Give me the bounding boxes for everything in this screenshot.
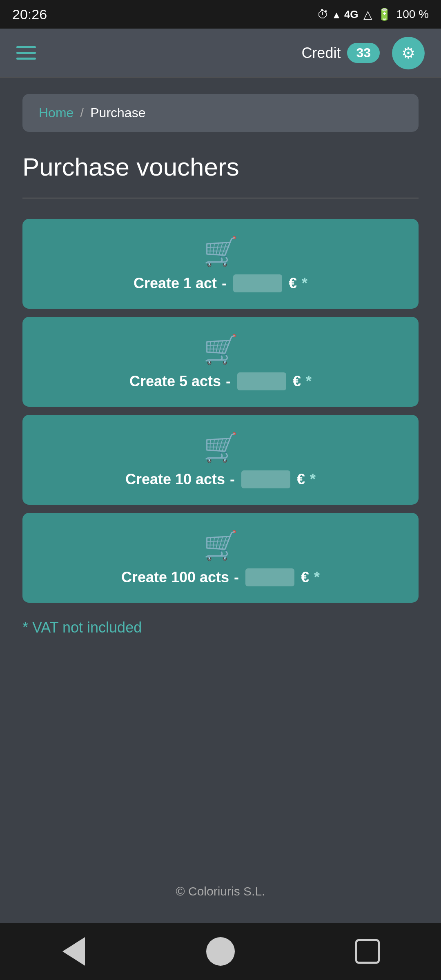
toolbar-right: Credit 33 ⚙ <box>301 37 425 69</box>
voucher-5-asterisk: * <box>306 373 312 390</box>
toolbar: Credit 33 ⚙ <box>0 29 441 78</box>
settings-button[interactable]: ⚙ <box>392 37 425 69</box>
nav-recents-button[interactable] <box>351 935 384 968</box>
hamburger-menu-button[interactable] <box>16 46 36 60</box>
nav-home-button[interactable] <box>204 935 237 968</box>
credit-label: Credit <box>301 45 341 62</box>
gear-icon: ⚙ <box>401 44 415 62</box>
credit-badge: 33 <box>347 43 380 63</box>
voucher-5-label: Create 5 acts - € * <box>129 372 312 390</box>
copyright-text: © Coloriuris S.L. <box>176 884 265 898</box>
voucher-1-button[interactable]: 🛒 Create 1 act - € * <box>22 219 419 309</box>
voucher-1-prefix: Create 1 act <box>134 275 217 292</box>
vat-note: * VAT not included <box>22 619 419 636</box>
voucher-10-prefix: Create 10 acts <box>125 471 225 488</box>
voucher-1-dash: - <box>222 275 227 292</box>
voucher-100-label: Create 100 acts - € * <box>121 568 320 586</box>
voucher-10-currency: € <box>297 471 305 488</box>
voucher-5-price <box>237 372 286 390</box>
signal-icon: △ <box>363 8 372 21</box>
cart-icon-10: 🛒 <box>203 431 238 464</box>
voucher-100-prefix: Create 100 acts <box>121 569 229 586</box>
voucher-10-dash: - <box>230 471 235 488</box>
home-icon <box>206 937 235 966</box>
recents-icon <box>355 939 380 964</box>
voucher-10-label: Create 10 acts - € * <box>125 470 316 488</box>
nav-back-button[interactable] <box>57 935 90 968</box>
battery-icon: 🔋 <box>377 8 392 21</box>
voucher-1-price <box>233 274 282 292</box>
voucher-10-button[interactable]: 🛒 Create 10 acts - € * <box>22 415 419 505</box>
voucher-1-label: Create 1 act - € * <box>134 274 307 292</box>
voucher-1-asterisk: * <box>302 275 307 292</box>
cart-icon-100: 🛒 <box>203 529 238 562</box>
voucher-5-dash: - <box>226 373 231 390</box>
status-bar: 20:26 ⏱ ▴ 4G △ 🔋 100 % <box>0 0 441 29</box>
nav-bar <box>0 923 441 980</box>
wifi-icon: ▴ <box>334 8 339 21</box>
credit-section: Credit 33 <box>301 43 380 63</box>
status-icons: ⏱ ▴ 4G △ 🔋 100 % <box>317 8 429 21</box>
cart-icon-5: 🛒 <box>203 333 238 366</box>
voucher-10-price <box>241 470 290 488</box>
breadcrumb-separator: / <box>80 105 84 120</box>
breadcrumb-current: Purchase <box>90 105 145 120</box>
voucher-5-button[interactable]: 🛒 Create 5 acts - € * <box>22 317 419 407</box>
alarm-icon: ⏱ <box>317 8 329 21</box>
voucher-100-button[interactable]: 🛒 Create 100 acts - € * <box>22 513 419 603</box>
footer: © Coloriuris S.L. <box>0 868 441 915</box>
voucher-5-currency: € <box>293 373 301 390</box>
voucher-5-prefix: Create 5 acts <box>129 373 221 390</box>
voucher-100-price <box>245 568 294 586</box>
breadcrumb-home-link[interactable]: Home <box>39 105 74 120</box>
voucher-100-dash: - <box>234 569 239 586</box>
voucher-100-asterisk: * <box>314 569 320 586</box>
back-icon <box>62 937 85 966</box>
voucher-10-asterisk: * <box>310 471 316 488</box>
battery-percent: 100 % <box>396 8 429 21</box>
title-divider <box>22 198 419 198</box>
main-content: Home / Purchase Purchase vouchers 🛒 Crea… <box>0 78 441 677</box>
breadcrumb: Home / Purchase <box>22 94 419 132</box>
voucher-1-currency: € <box>289 275 297 292</box>
voucher-100-currency: € <box>301 569 309 586</box>
network-4g-icon: 4G <box>344 8 359 21</box>
status-time: 20:26 <box>12 7 47 22</box>
page-title: Purchase vouchers <box>22 152 419 181</box>
cart-icon-1: 🛒 <box>203 235 238 268</box>
